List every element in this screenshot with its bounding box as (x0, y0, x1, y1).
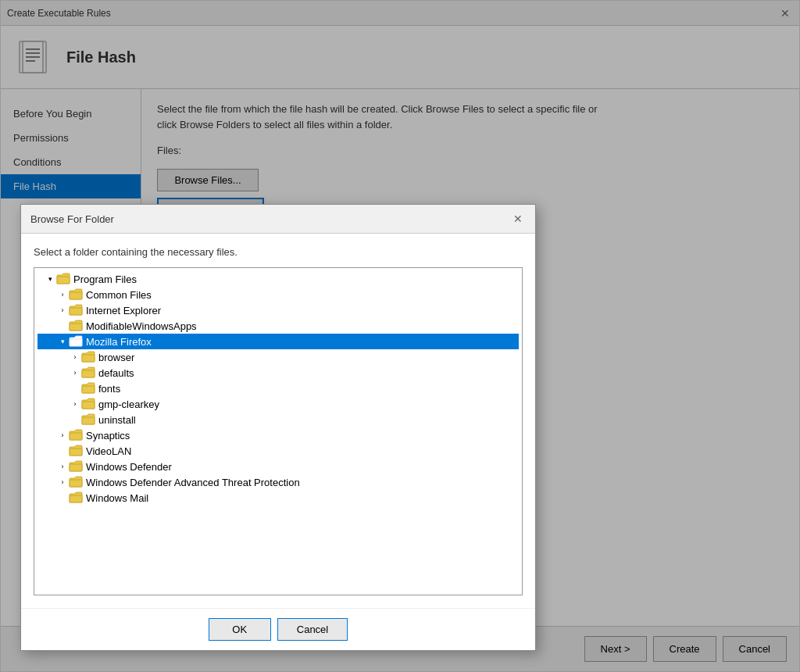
folder-icon-common-files (69, 288, 83, 301)
svg-rect-19 (70, 480, 82, 487)
svg-rect-11 (82, 355, 95, 362)
tree-item-gmp-clearkey[interactable]: gmp-clearkey (38, 396, 519, 412)
tree-label-browser: browser (98, 352, 134, 363)
tree-arrow-uninstall (69, 413, 81, 426)
svg-rect-7 (70, 292, 82, 299)
svg-rect-18 (70, 464, 82, 471)
tree-item-windows-defender[interactable]: Windows Defender (38, 459, 519, 474)
svg-rect-13 (82, 386, 95, 393)
modal-title: Browse For Folder (30, 213, 114, 225)
tree-item-videolan[interactable]: VideoLAN (38, 443, 519, 459)
modal-close-button[interactable]: ✕ (510, 211, 526, 227)
tree-label-gmp-clearkey: gmp-clearkey (98, 399, 159, 410)
svg-rect-8 (70, 308, 82, 315)
tree-label-uninstall: uninstall (98, 414, 136, 426)
tree-item-windows-defender-atp[interactable]: Windows Defender Advanced Threat Protect… (38, 474, 519, 490)
tree-arrow-synaptics (56, 429, 69, 441)
modal-footer: OK Cancel (21, 608, 535, 650)
folder-icon-synaptics (69, 429, 83, 441)
tree-arrow-fonts (69, 382, 81, 395)
tree-item-mozilla-firefox[interactable]: Mozilla Firefox (38, 334, 519, 349)
tree-arrow-common-files (56, 288, 69, 301)
tree-item-fonts[interactable]: fonts (38, 381, 519, 396)
tree-label-windows-defender: Windows Defender (86, 461, 172, 473)
modal-overlay: Browse For Folder ✕ Select a folder cont… (1, 1, 799, 671)
folder-icon-gmp-clearkey (81, 398, 95, 410)
main-window: Create Executable Rules ✕ File Hash (0, 0, 800, 672)
tree-arrow-mozilla-firefox (56, 335, 69, 348)
folder-icon-modifiable-windows-apps (69, 320, 83, 332)
folder-icon-browser (81, 351, 95, 363)
browse-for-folder-modal: Browse For Folder ✕ Select a folder cont… (20, 204, 536, 651)
svg-rect-12 (82, 370, 95, 377)
folder-icon-fonts (81, 382, 95, 395)
tree-arrow-internet-explorer (56, 304, 69, 316)
tree-arrow-windows-mail (56, 491, 69, 504)
tree-label-windows-mail: Windows Mail (86, 492, 148, 504)
tree-label-windows-defender-atp: Windows Defender Advanced Threat Protect… (86, 477, 300, 488)
tree-label-program-files: Program Files (73, 273, 137, 285)
tree-label-internet-explorer: Internet Explorer (86, 305, 161, 316)
tree-arrow-defaults (69, 366, 81, 379)
tree-arrow-browser (69, 351, 81, 363)
svg-rect-17 (70, 449, 82, 456)
svg-rect-20 (70, 495, 82, 502)
modal-cancel-button[interactable]: Cancel (277, 618, 348, 641)
modal-title-bar: Browse For Folder ✕ (21, 205, 535, 234)
folder-icon-videolan (69, 445, 83, 457)
folder-icon-internet-explorer (69, 304, 83, 316)
folder-tree[interactable]: Program Files Common Files Internet Expl… (34, 267, 523, 595)
folder-icon-windows-defender (69, 460, 83, 473)
tree-item-browser[interactable]: browser (38, 349, 519, 365)
tree-label-videolan: VideoLAN (86, 445, 131, 457)
tree-arrow-windows-defender-atp (56, 476, 69, 488)
tree-item-synaptics[interactable]: Synaptics (38, 427, 519, 443)
folder-icon-windows-defender-atp (69, 476, 83, 488)
folder-icon-program-files (56, 273, 70, 285)
tree-item-modifiable-windows-apps[interactable]: ModifiableWindowsApps (38, 318, 519, 334)
tree-arrow-videolan (56, 445, 69, 457)
folder-icon-windows-mail (69, 491, 83, 504)
folder-icon-defaults (81, 366, 95, 379)
tree-arrow-program-files (44, 273, 56, 285)
tree-item-internet-explorer[interactable]: Internet Explorer (38, 302, 519, 318)
tree-item-program-files[interactable]: Program Files (38, 271, 519, 287)
tree-item-defaults[interactable]: defaults (38, 365, 519, 381)
folder-icon-mozilla-firefox (69, 335, 83, 348)
modal-ok-button[interactable]: OK (209, 618, 271, 641)
svg-rect-15 (82, 417, 95, 424)
modal-description: Select a folder containing the necessary… (34, 246, 523, 258)
tree-label-defaults: defaults (98, 367, 134, 379)
tree-label-modifiable-windows-apps: ModifiableWindowsApps (86, 320, 197, 332)
tree-arrow-windows-defender (56, 460, 69, 473)
svg-rect-16 (70, 433, 82, 440)
tree-item-windows-mail[interactable]: Windows Mail (38, 490, 519, 506)
tree-arrow-gmp-clearkey (69, 398, 81, 410)
modal-body: Select a folder containing the necessary… (21, 234, 535, 608)
tree-label-fonts: fonts (98, 383, 120, 395)
tree-label-common-files: Common Files (86, 289, 152, 301)
svg-rect-14 (82, 402, 95, 409)
tree-item-uninstall[interactable]: uninstall (38, 412, 519, 427)
folder-icon-uninstall (81, 413, 95, 426)
svg-rect-10 (70, 339, 82, 346)
svg-rect-9 (70, 323, 82, 331)
tree-arrow-modifiable-windows-apps (56, 320, 69, 332)
tree-label-mozilla-firefox: Mozilla Firefox (86, 336, 152, 348)
svg-rect-6 (57, 277, 70, 284)
tree-label-synaptics: Synaptics (86, 430, 130, 441)
tree-item-common-files[interactable]: Common Files (38, 287, 519, 302)
